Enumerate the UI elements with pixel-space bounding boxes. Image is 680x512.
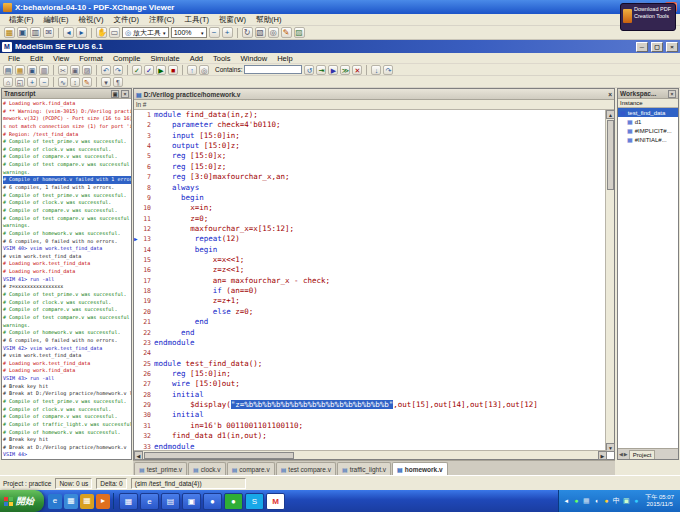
zoom-full-icon[interactable]: ◱ [15, 77, 25, 87]
pdf-menu-item-6[interactable]: 視窗(W) [214, 14, 251, 25]
email-icon[interactable]: ✉ [43, 27, 54, 38]
modelsim-minimize-button[interactable]: ─ [636, 42, 648, 52]
pdf-menu-item-3[interactable]: 文件(D) [109, 14, 144, 25]
tree-item-d1[interactable]: ▦d1 [618, 117, 678, 126]
step-icon[interactable]: ↓ [371, 65, 381, 75]
task-folder[interactable]: ▦ [119, 493, 138, 510]
pdf-menu-item-1[interactable]: 編輯(E) [39, 14, 74, 25]
zoom-tool-button[interactable]: ◎ 放大工具 ▾ [122, 27, 169, 38]
open-folder-icon[interactable]: ▦ [15, 65, 25, 75]
zoom-out-icon[interactable]: − [209, 27, 220, 38]
pdf-menu-item-5[interactable]: 工具(T) [179, 14, 214, 25]
up-level-icon[interactable]: ↑ [187, 65, 197, 75]
scroll-right-icon[interactable]: ▶ [598, 451, 607, 460]
tree-item--INITIAL-[interactable]: ▦#INITIAL#... [618, 135, 678, 144]
snapshot-icon[interactable]: ▧ [255, 27, 266, 38]
transcript-close-button[interactable]: × [121, 90, 129, 98]
contains-input[interactable] [244, 65, 302, 74]
find-icon[interactable]: ◎ [199, 65, 209, 75]
task-browser[interactable]: e [140, 493, 159, 510]
tab-traffic_light-v[interactable]: ▤traffic_light.v [337, 462, 391, 475]
simulate-icon[interactable]: ▶ [156, 65, 166, 75]
tree-item--IMPLICIT-[interactable]: ▦#IMPLICIT#... [618, 126, 678, 135]
select-tool-icon[interactable]: ▭ [109, 27, 120, 38]
stop-icon[interactable]: ✕ [352, 65, 362, 75]
paste-icon[interactable]: ▨ [82, 65, 92, 75]
copy-icon[interactable]: ▣ [70, 65, 80, 75]
task-chat[interactable]: ● [203, 493, 222, 510]
run-icon[interactable]: ⇥ [316, 65, 326, 75]
ms-menu-window[interactable]: Window [236, 53, 273, 64]
workspace-close-button[interactable]: × [668, 90, 676, 98]
ie-icon[interactable]: e [48, 494, 62, 509]
media-icon[interactable]: ▸ [96, 494, 110, 509]
workspace-column-header[interactable]: Instance [618, 99, 678, 108]
tab-compare-v[interactable]: ▤compare.v [227, 462, 275, 475]
workspace-tab-project[interactable]: Project [629, 450, 656, 459]
zoom-out-icon[interactable]: − [39, 77, 49, 87]
tray-messenger-icon[interactable]: ● [632, 497, 640, 505]
ms-menu-view[interactable]: View [48, 53, 74, 64]
redo-icon[interactable]: ↷ [113, 65, 123, 75]
editor-vertical-scrollbar[interactable]: ▲ ▼ [605, 110, 614, 452]
prev-page-icon[interactable]: ◂ [63, 27, 74, 38]
hand-tool-icon[interactable]: ✋ [96, 27, 107, 38]
tray-safely-remove-icon[interactable]: ▣ [622, 497, 630, 505]
compile-all-icon[interactable]: ✓ [144, 65, 154, 75]
ms-menu-simulate[interactable]: Simulate [145, 53, 184, 64]
tab-test_prime-v[interactable]: ▤test_prime.v [134, 462, 187, 475]
environment-up-icon[interactable]: ⌂ [3, 77, 13, 87]
search-icon[interactable]: ◎ [268, 27, 279, 38]
tray-antivirus-icon[interactable]: ● [572, 497, 580, 505]
zoom-in-icon[interactable]: + [27, 77, 37, 87]
pdf-menu-item-4[interactable]: 注釋(C) [144, 14, 179, 25]
cursor-icon[interactable]: ↕ [70, 77, 80, 87]
ms-menu-add[interactable]: Add [185, 53, 208, 64]
tray-chevron-icon[interactable]: ◂ [562, 497, 570, 505]
tray-network-icon[interactable]: ▦ [582, 497, 590, 505]
ms-menu-compile[interactable]: Compile [108, 53, 146, 64]
cut-icon[interactable]: ✂ [58, 65, 68, 75]
tray-volume-icon[interactable]: ◖ [592, 497, 600, 505]
pdf-menu-item-0[interactable]: 檔案(F) [4, 14, 39, 25]
step-over-icon[interactable]: ↷ [383, 65, 393, 75]
modelsim-close-button[interactable]: × [666, 42, 678, 52]
save-icon[interactable]: ▣ [17, 27, 28, 38]
open-file-icon[interactable]: ▦ [4, 27, 15, 38]
ms-menu-help[interactable]: Help [272, 53, 297, 64]
desktop-icon[interactable]: ▦ [64, 494, 78, 509]
scroll-left-icon[interactable]: ◀ [134, 451, 143, 460]
ms-menu-tools[interactable]: Tools [208, 53, 236, 64]
task-gmail[interactable]: M [266, 493, 285, 510]
modelsim-maximize-button[interactable]: ▢ [651, 42, 663, 52]
pdf-menu-item-7[interactable]: 幫助(H) [251, 14, 286, 25]
task-line[interactable]: ● [224, 493, 243, 510]
editor-close-button[interactable]: × [608, 91, 612, 98]
ms-menu-file[interactable]: File [3, 53, 25, 64]
restart-icon[interactable]: ↺ [304, 65, 314, 75]
workspace-tree[interactable]: ▦test_find_data▦d1▦#IMPLICIT#...▦#INITIA… [618, 108, 678, 448]
start-button[interactable]: 開始 [0, 490, 44, 512]
tab-clock-v[interactable]: ▤clock.v [188, 462, 226, 475]
bookmark-icon[interactable]: ▾ [101, 77, 111, 87]
break-icon[interactable]: ■ [168, 65, 178, 75]
vertical-scroll-thumb[interactable] [607, 120, 614, 190]
save-icon[interactable]: ▣ [27, 65, 37, 75]
print-icon[interactable]: ▥ [30, 27, 41, 38]
zoom-level-select[interactable]: 100% ▾ [171, 27, 207, 38]
print-icon[interactable]: ▥ [39, 65, 49, 75]
tray-ime-icon[interactable]: 中 [612, 497, 620, 505]
continue-run-icon[interactable]: ▶ [328, 65, 338, 75]
new-file-icon[interactable]: ▤ [3, 65, 13, 75]
task-document[interactable]: ▤ [161, 493, 180, 510]
explorer-icon[interactable]: ▦ [80, 494, 94, 509]
scroll-up-icon[interactable]: ▲ [606, 110, 615, 119]
tab-scroll-right-icon[interactable]: ▶ [624, 451, 628, 457]
rotate-icon[interactable]: ↻ [242, 27, 253, 38]
editor-horizontal-scrollbar[interactable]: ◀ ▶ [134, 450, 607, 459]
tab-test-compare-v[interactable]: ▤test compare.v [276, 462, 336, 475]
edit-mode-icon[interactable]: ✎ [82, 77, 92, 87]
next-page-icon[interactable]: ▸ [76, 27, 87, 38]
transcript-dock-button[interactable]: ▣ [111, 90, 119, 98]
tree-item-test_find_data[interactable]: ▦test_find_data [618, 108, 678, 117]
